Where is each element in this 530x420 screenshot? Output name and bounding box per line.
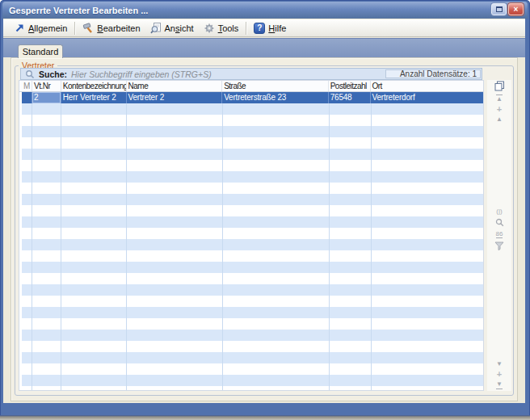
table-row-empty[interactable] [22,183,483,194]
toolbar-separator [246,22,246,35]
insert-record-icon[interactable]: + [497,371,502,378]
window-frame: Gesperrte Vertreter Bearbeiten ... × All… [0,0,530,420]
hammer-icon [82,23,94,34]
toolbar-item-bearbeiten[interactable]: Bearbeiten [78,21,145,36]
close-icon: × [514,5,519,15]
help-icon: ? [254,23,265,34]
table-row-empty[interactable] [22,205,483,216]
scroll-to-bottom-icon[interactable]: ▼ [496,381,503,389]
restore-button[interactable] [491,3,507,15]
table-row-empty[interactable] [22,262,483,273]
table-row-empty[interactable] [22,273,483,284]
cell-m[interactable] [22,92,32,103]
table-row-empty[interactable] [22,363,483,375]
vertreter-table: M Vt.Nr Kontenbezeichnung Name Straße Po… [19,80,484,391]
table-header: M Vt.Nr Kontenbezeichnung Name Straße Po… [19,81,483,92]
window-title: Gesperrte Vertreter Bearbeiten ... [2,6,148,15]
cell-kontenbezeichnung[interactable]: Herr Vertreter 2 [61,92,127,103]
search-icon [25,69,35,79]
record-count-badge: Anzahl Datensätze: 1 [385,69,481,78]
arrow-up-right-icon [15,23,25,33]
table-row-empty[interactable] [22,239,483,250]
column-header-kontenbezeichnung[interactable]: Kontenbezeichnung [61,81,127,91]
cell-strasse[interactable]: Vertreterstraße 23 [222,92,329,103]
table-row-empty[interactable] [22,137,483,149]
tab-strip: Standard [3,38,525,57]
table-row-empty[interactable] [22,103,483,115]
column-header-name[interactable]: Name [127,81,223,91]
table-row-empty[interactable] [22,126,483,137]
gear-icon [204,23,215,34]
search-input[interactable]: Hier Suchbegriff eingeben (STRG+S) [71,69,212,79]
toolbar-item-hilfe[interactable]: ? Hilfe [249,21,291,36]
toolbar-separator [74,22,75,35]
column-header-vtnr[interactable]: Vt.Nr [32,81,61,91]
table-row-empty[interactable] [22,330,483,341]
client-area: Allgemein Bearbeiten Ansicht [3,19,525,403]
tab-page: Vertreter Suche: Hier Suchbegriff eingeb… [11,57,518,401]
filter-icon[interactable] [494,242,504,250]
side-toolbar: ▲ + ▲ (|) 86 [487,80,511,391]
table-row-empty[interactable] [22,386,483,390]
table-row-empty[interactable] [22,115,483,126]
empty-rows [19,103,483,390]
scroll-to-top-icon[interactable]: ▲ [496,94,503,103]
toolbar-label-allgemein: Allgemein [28,23,67,33]
copy-icon[interactable] [494,81,505,91]
column-width-icon[interactable]: (|) [496,208,502,215]
restore-icon [496,6,503,12]
table-body: 2 Herr Vertreter 2 Vertreter 2 Vertreter… [19,92,483,390]
toolbar-label-hilfe: Hilfe [268,23,286,33]
search-bar[interactable]: Suche: Hier Suchbegriff eingeben (STRG+S… [20,68,482,80]
toolbar-item-tools[interactable]: Tools [199,21,244,36]
titlebar-buttons: × [491,3,524,15]
table-row-empty[interactable] [22,296,483,307]
table-row-empty[interactable] [22,352,483,363]
close-button[interactable]: × [508,3,524,15]
cell-postleitzahl[interactable]: 76548 [329,92,371,103]
table-row-selected[interactable]: 2 Herr Vertreter 2 Vertreter 2 Vertreter… [22,92,483,103]
table-row-empty[interactable] [22,216,483,228]
table-row-empty[interactable] [22,171,483,183]
toolbar-item-ansicht[interactable]: Ansicht [145,21,199,36]
table-row-empty[interactable] [22,307,483,318]
table-row-empty[interactable] [22,194,483,205]
column-header-postleitzahl[interactable]: Postleitzahl [329,81,371,91]
zoom-icon[interactable] [495,218,504,227]
toolbar: Allgemein Bearbeiten Ansicht [3,19,525,37]
table-row-empty[interactable] [22,149,483,160]
column-header-m[interactable]: M [22,81,32,91]
column-header-ort[interactable]: Ort [371,81,484,91]
table-row-empty[interactable] [22,250,483,262]
table-row-empty[interactable] [22,341,483,352]
table-row-empty[interactable] [22,160,483,171]
table-row-empty[interactable] [22,318,483,330]
table-row-empty[interactable] [22,375,483,386]
table-row-empty[interactable] [22,284,483,296]
cell-vtnr[interactable]: 2 [32,92,61,103]
search-label: Suche: [39,69,67,79]
groupbox-vertreter: Vertreter Suche: Hier Suchbegriff eingeb… [15,65,514,396]
toolbar-label-tools: Tools [218,23,239,33]
table-row-empty[interactable] [22,228,483,239]
sum-icon[interactable]: 86 [496,230,503,238]
add-record-icon[interactable]: + [497,106,502,113]
toolbar-item-allgemein[interactable]: Allgemein [10,21,72,35]
titlebar[interactable]: Gesperrte Vertreter Bearbeiten ... × [2,2,528,19]
magnifier-page-icon [150,23,162,34]
arrow-down-icon[interactable]: ▼ [496,361,503,368]
tab-standard[interactable]: Standard [18,44,63,58]
cell-name[interactable]: Vertreter 2 [127,92,223,103]
arrow-up-icon[interactable]: ▲ [496,116,503,123]
toolbar-label-ansicht: Ansicht [165,23,194,33]
window-bottom-shadow [0,415,530,420]
column-header-strasse[interactable]: Straße [222,81,329,91]
toolbar-label-bearbeiten: Bearbeiten [97,23,140,33]
cell-ort[interactable]: Vertreterdorf [371,92,484,103]
